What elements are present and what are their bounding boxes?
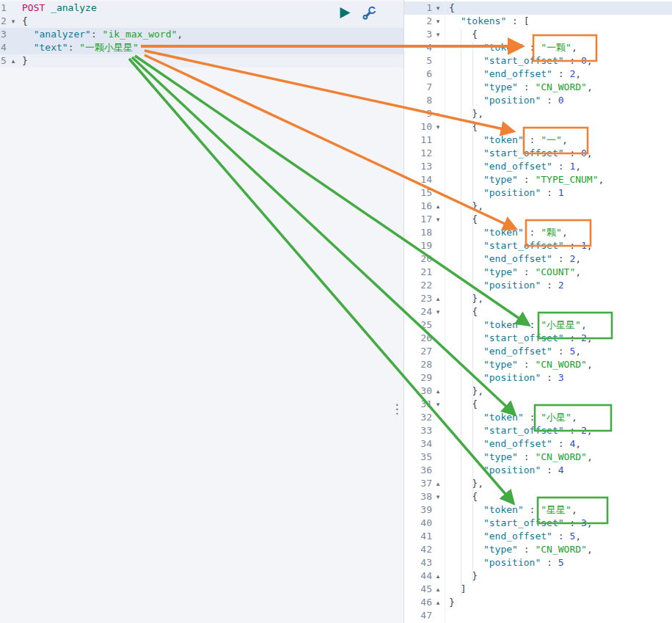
code-text: "start_offset" : 3, bbox=[444, 517, 672, 530]
fold-toggle-icon[interactable]: ▾ bbox=[432, 305, 444, 318]
line-number: 17 bbox=[404, 213, 432, 226]
fold-spacer bbox=[432, 279, 444, 292]
line-number: 9 bbox=[404, 107, 432, 120]
code-text: "end_offset" : 1, bbox=[444, 160, 672, 173]
code-text: "type" : "TYPE_CNUM", bbox=[444, 173, 672, 186]
code-text: "analyzer": "ik_max_word", bbox=[19, 28, 403, 41]
request-actions bbox=[337, 4, 378, 21]
fold-toggle-icon[interactable]: ▴ bbox=[432, 583, 444, 596]
line-number: 2 bbox=[404, 15, 432, 28]
play-icon bbox=[339, 7, 351, 19]
line-number: 33 bbox=[404, 424, 432, 437]
line-number: 43 bbox=[404, 556, 432, 569]
fold-spacer bbox=[432, 437, 444, 451]
code-text: "token" : "小星", bbox=[444, 411, 672, 424]
fold-spacer bbox=[432, 252, 444, 266]
wrench-icon bbox=[362, 4, 378, 21]
line-number: 42 bbox=[404, 543, 432, 556]
fold-spacer bbox=[432, 609, 444, 622]
code-text: "type" : "CN_WORD", bbox=[444, 451, 672, 464]
code-text: "type" : "CN_WORD", bbox=[444, 543, 672, 556]
fold-toggle-icon[interactable]: ▾ bbox=[432, 120, 444, 134]
panel-resize-handle[interactable]: ⋮ bbox=[390, 398, 403, 421]
line-number: 21 bbox=[404, 266, 432, 279]
line-number: 34 bbox=[404, 437, 432, 451]
fold-toggle-icon[interactable]: ▴ bbox=[432, 292, 444, 305]
line-number: 46 bbox=[404, 596, 432, 609]
fold-toggle-icon[interactable]: ▴ bbox=[7, 54, 19, 68]
code-text: ] bbox=[444, 583, 672, 596]
fold-toggle-icon[interactable]: ▴ bbox=[432, 596, 444, 609]
code-text: "tokens" : [ bbox=[444, 15, 672, 28]
line-number: 30 bbox=[404, 385, 432, 398]
fold-spacer bbox=[432, 318, 444, 332]
fold-toggle-icon[interactable]: ▴ bbox=[432, 200, 444, 213]
line-number: 31 bbox=[404, 398, 432, 411]
fold-toggle-icon[interactable]: ▴ bbox=[432, 107, 444, 120]
code-text: "end_offset" : 5, bbox=[444, 345, 672, 358]
line-number: 10 bbox=[404, 120, 432, 134]
fold-toggle-icon[interactable]: ▾ bbox=[432, 213, 444, 226]
code-line[interactable]: 5▴} bbox=[0, 54, 403, 68]
code-text: "type" : "CN_WORD", bbox=[444, 358, 672, 371]
code-text: }, bbox=[444, 200, 672, 213]
line-number: 6 bbox=[404, 68, 432, 81]
code-text: { bbox=[444, 490, 672, 503]
line-number: 27 bbox=[404, 345, 432, 358]
line-number: 38 bbox=[404, 490, 432, 503]
fold-spacer bbox=[432, 54, 444, 68]
line-number: 11 bbox=[404, 134, 432, 147]
code-line[interactable]: 4 "text": "一颗小星星" bbox=[0, 41, 403, 54]
line-number: 35 bbox=[404, 451, 432, 464]
fold-toggle-icon[interactable]: ▾ bbox=[432, 1, 444, 15]
fold-spacer bbox=[432, 68, 444, 81]
fold-toggle-icon[interactable]: ▴ bbox=[432, 477, 444, 490]
code-text: { bbox=[444, 398, 672, 411]
fold-toggle-icon[interactable]: ▾ bbox=[7, 15, 19, 28]
code-text: "token" : "一颗", bbox=[444, 41, 672, 54]
code-line[interactable]: 3 "analyzer": "ik_max_word", bbox=[0, 28, 403, 41]
line-number: 28 bbox=[404, 358, 432, 371]
code-text: "start_offset" : 2, bbox=[444, 332, 672, 345]
code-text: "end_offset" : 2, bbox=[444, 68, 672, 81]
line-number: 39 bbox=[404, 503, 432, 517]
line-number: 1 bbox=[0, 1, 7, 15]
fold-toggle-icon[interactable]: ▾ bbox=[432, 15, 444, 28]
code-text: "position" : 4 bbox=[444, 464, 672, 477]
line-number: 14 bbox=[404, 173, 432, 186]
fold-spacer bbox=[432, 147, 444, 160]
line-number: 2 bbox=[0, 15, 7, 28]
request-options-button[interactable] bbox=[362, 4, 378, 21]
fold-spacer bbox=[432, 358, 444, 371]
fold-spacer bbox=[432, 424, 444, 437]
fold-spacer bbox=[432, 81, 444, 94]
code-text: "start_offset" : 2, bbox=[444, 424, 672, 437]
line-number: 16 bbox=[404, 200, 432, 213]
code-text: "start_offset" : 0, bbox=[444, 147, 672, 160]
send-request-button[interactable] bbox=[337, 4, 353, 21]
fold-toggle-icon[interactable]: ▾ bbox=[432, 28, 444, 41]
code-text: "text": "一颗小星星" bbox=[19, 41, 403, 54]
response-viewer[interactable]: 1▾{2▾ "tokens" : [3▾ {4 "token" : "一颗",5… bbox=[403, 0, 672, 623]
line-number: 4 bbox=[0, 41, 7, 54]
code-text: }, bbox=[444, 385, 672, 398]
fold-spacer bbox=[7, 41, 19, 54]
code-text: } bbox=[444, 596, 672, 609]
fold-toggle-icon[interactable]: ▾ bbox=[432, 490, 444, 503]
line-number: 40 bbox=[404, 517, 432, 530]
fold-spacer bbox=[432, 517, 444, 530]
fold-toggle-icon[interactable]: ▾ bbox=[432, 398, 444, 411]
request-editor[interactable]: 1POST _analyze2▾{3 "analyzer": "ik_max_w… bbox=[0, 0, 403, 623]
fold-spacer bbox=[432, 226, 444, 239]
fold-spacer bbox=[432, 160, 444, 173]
line-number: 8 bbox=[404, 94, 432, 107]
line-number: 25 bbox=[404, 318, 432, 332]
fold-spacer bbox=[432, 332, 444, 345]
line-number: 23 bbox=[404, 292, 432, 305]
fold-toggle-icon[interactable]: ▴ bbox=[432, 385, 444, 398]
fold-spacer bbox=[432, 239, 444, 252]
line-number: 47 bbox=[404, 609, 432, 622]
fold-toggle-icon[interactable]: ▴ bbox=[432, 569, 444, 583]
line-number: 44 bbox=[404, 569, 432, 583]
code-text: { bbox=[444, 1, 672, 15]
